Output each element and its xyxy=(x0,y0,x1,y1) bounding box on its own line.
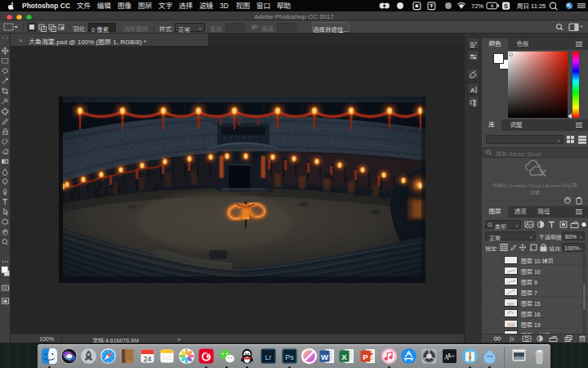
svg-text:W: W xyxy=(321,352,328,361)
svg-text:Ps: Ps xyxy=(285,353,294,361)
svg-text:X: X xyxy=(341,352,347,361)
svg-text:P: P xyxy=(363,352,368,361)
svg-text:A: A xyxy=(470,87,475,94)
svg-text:24: 24 xyxy=(143,355,151,363)
svg-text:S: S xyxy=(504,2,508,10)
svg-text:Lr: Lr xyxy=(265,353,271,361)
svg-text:fx: fx xyxy=(510,335,514,342)
